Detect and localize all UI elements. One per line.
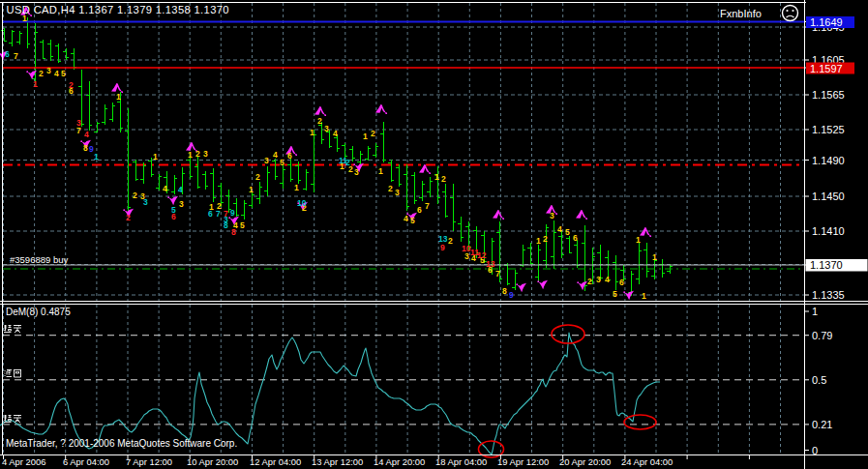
svg-text:2: 2 (543, 234, 548, 244)
svg-text:1: 1 (188, 150, 193, 160)
svg-text:2: 2 (195, 149, 200, 159)
svg-text:0.79: 0.79 (812, 330, 832, 341)
svg-text:1: 1 (536, 236, 541, 246)
svg-text:4: 4 (557, 224, 562, 234)
svg-text:1.1490: 1.1490 (812, 155, 845, 166)
svg-text:6: 6 (171, 212, 176, 221)
svg-text:7: 7 (495, 269, 500, 278)
svg-text:5: 5 (565, 227, 570, 237)
svg-text:3: 3 (395, 188, 400, 197)
svg-text:2: 2 (39, 69, 44, 78)
svg-text:7: 7 (425, 201, 430, 211)
svg-text:3: 3 (354, 167, 359, 177)
svg-text:FxnbInfo: FxnbInfo (720, 8, 762, 19)
svg-text:7: 7 (224, 209, 228, 219)
svg-text:6: 6 (208, 209, 213, 219)
svg-text:1: 1 (378, 166, 383, 176)
svg-text:6: 6 (619, 278, 624, 287)
svg-text:9: 9 (89, 144, 94, 154)
svg-text:1.1597: 1.1597 (810, 63, 843, 74)
svg-text:1.1565: 1.1565 (812, 89, 845, 101)
svg-text:1: 1 (153, 152, 158, 161)
svg-text:2: 2 (133, 191, 137, 200)
svg-text:3: 3 (596, 275, 601, 284)
svg-text:1: 1 (642, 291, 646, 301)
svg-text:1: 1 (363, 132, 368, 141)
svg-text:8: 8 (224, 220, 228, 230)
svg-text:14 Apr 20:00: 14 Apr 20:00 (374, 456, 425, 467)
svg-text:1: 1 (310, 128, 314, 137)
svg-text:1: 1 (652, 252, 657, 262)
svg-text:0.5: 0.5 (812, 374, 826, 386)
svg-text:2: 2 (388, 184, 393, 193)
svg-text:1.1335: 1.1335 (812, 289, 845, 301)
svg-text:1.1525: 1.1525 (812, 124, 845, 135)
svg-text:7: 7 (14, 51, 18, 61)
svg-text:9: 9 (230, 208, 235, 218)
svg-text:DeM(8) 0.4875: DeM(8) 0.4875 (6, 307, 71, 317)
svg-text:2: 2 (126, 213, 131, 222)
svg-text:10: 10 (297, 198, 307, 208)
svg-text:2: 2 (448, 236, 453, 246)
svg-text:4: 4 (404, 214, 408, 223)
svg-text:5: 5 (280, 158, 284, 167)
svg-text:4: 4 (273, 150, 278, 160)
svg-text:3: 3 (264, 156, 269, 165)
svg-text:10 Apr 20:00: 10 Apr 20:00 (187, 456, 238, 467)
svg-text:19 Apr 12:00: 19 Apr 12:00 (497, 456, 549, 467)
svg-text:3: 3 (179, 199, 184, 209)
svg-text:8: 8 (83, 143, 88, 153)
svg-text:6: 6 (5, 49, 10, 59)
svg-text:4: 4 (163, 184, 167, 193)
svg-text:5: 5 (613, 289, 617, 299)
svg-text:9: 9 (509, 290, 514, 300)
svg-text:2: 2 (317, 116, 322, 126)
svg-text:6: 6 (287, 151, 292, 161)
svg-text:2: 2 (371, 129, 375, 138)
svg-text:1.1450: 1.1450 (812, 191, 845, 202)
svg-text:5: 5 (240, 220, 245, 230)
svg-text:2: 2 (345, 158, 350, 167)
svg-text:3: 3 (46, 66, 51, 75)
svg-text:13: 13 (486, 259, 495, 269)
svg-text:USD CAD,H4 1.1367 1.1379 1.13: USD CAD,H4 1.1367 1.1379 1.1358 1.1370 (7, 4, 229, 15)
svg-text:0.21: 0.21 (812, 419, 832, 430)
svg-text:1.1410: 1.1410 (812, 225, 845, 237)
svg-text:8: 8 (231, 227, 236, 237)
svg-text:24 Apr 04:00: 24 Apr 04:00 (621, 456, 673, 467)
svg-text:1: 1 (94, 152, 99, 161)
svg-text:4: 4 (605, 275, 610, 284)
svg-text:3: 3 (143, 197, 148, 207)
svg-text:3: 3 (76, 118, 81, 128)
svg-text:1: 1 (294, 183, 299, 192)
svg-text:4: 4 (333, 129, 338, 138)
svg-text:1.1649: 1.1649 (810, 16, 843, 28)
svg-text:1: 1 (434, 172, 439, 182)
svg-text:4: 4 (84, 130, 89, 139)
svg-text:9: 9 (440, 243, 445, 252)
svg-text:12 Apr 04:00: 12 Apr 04:00 (250, 456, 301, 467)
svg-text:3: 3 (324, 124, 329, 133)
svg-text:7: 7 (216, 209, 221, 219)
svg-text:5: 5 (61, 69, 66, 78)
svg-text:5: 5 (410, 216, 415, 225)
svg-text:13 Apr 12:00: 13 Apr 12:00 (312, 456, 363, 467)
svg-text:4: 4 (54, 69, 59, 78)
svg-text:18 Apr 04:00: 18 Apr 04:00 (435, 456, 487, 467)
svg-text:1: 1 (812, 306, 818, 317)
svg-text:1: 1 (33, 79, 38, 89)
svg-text:2: 2 (587, 277, 592, 286)
svg-text:1.1370: 1.1370 (810, 259, 843, 271)
svg-text:6 Apr 04:00: 6 Apr 04:00 (63, 456, 109, 467)
svg-text:4 Apr 2006: 4 Apr 2006 (2, 456, 45, 467)
svg-text:4: 4 (178, 185, 183, 194)
svg-text:6: 6 (417, 205, 422, 215)
svg-text:#3596889 buy: #3596889 buy (10, 254, 68, 265)
svg-text:3: 3 (203, 149, 208, 159)
svg-text:7 Apr 12:00: 7 Apr 12:00 (126, 456, 172, 467)
svg-text:2: 2 (441, 174, 446, 184)
svg-text:3: 3 (550, 211, 554, 220)
svg-text:6: 6 (573, 233, 578, 243)
svg-text:1: 1 (249, 185, 254, 194)
svg-text:1: 1 (116, 92, 121, 102)
